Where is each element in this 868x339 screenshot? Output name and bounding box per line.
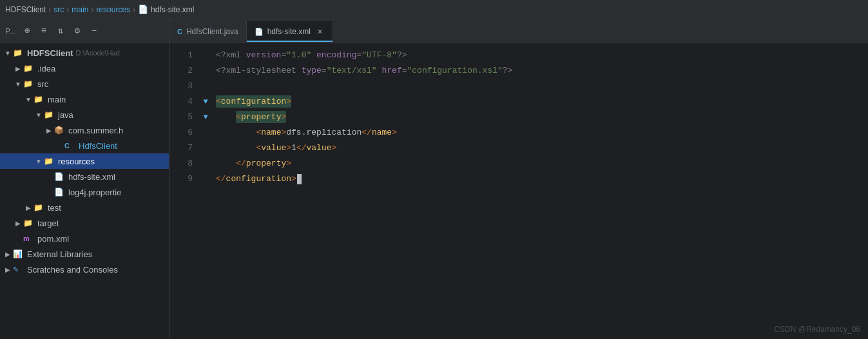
resources-label: resources (58, 157, 95, 166)
fold-marker-1 (200, 48, 211, 63)
fold-marker-6 (200, 125, 211, 140)
folder-icon: 📁 (34, 95, 45, 104)
fold-marker-2 (200, 63, 211, 79)
sidebar-item-scratches-consoles[interactable]: ▶ ✎ Scratches and Consoles (0, 262, 169, 277)
arrow-icon: ▼ (34, 111, 44, 119)
sidebar-item-log4j[interactable]: 📄 log4j.propertie (0, 184, 169, 200)
line-num-7: 7 (169, 140, 193, 156)
fold-gutters: ▼ ▼ (200, 43, 211, 339)
target-folder-icon: 📁 (23, 218, 35, 228)
arrow-icon: ▼ (34, 158, 44, 165)
package-icon: 📦 (54, 126, 66, 135)
watermark: CSDN @Redamancy_06 (774, 325, 860, 334)
sidebar-item-idea[interactable]: ▶ 📁 .idea (0, 61, 169, 76)
fold-marker-5[interactable]: ▼ (200, 110, 211, 125)
sep3: › (91, 5, 93, 14)
sidebar-item-pom-xml[interactable]: m pom.xml (0, 231, 169, 246)
sidebar-item-hdfs-client-java[interactable]: C HdfsClient (0, 138, 169, 153)
tab-close-button[interactable]: ✕ (314, 26, 325, 37)
sidebar-item-src[interactable]: ▼ 📁 src (0, 76, 169, 92)
line-num-6: 6 (169, 125, 193, 140)
sidebar-item-package[interactable]: ▶ 📦 com.summer.h (0, 122, 169, 138)
xml-pi2-open: <?xml-stylesheet (216, 66, 302, 75)
external-libraries-label: External Libraries (27, 249, 92, 259)
arrow-icon: ▶ (13, 65, 23, 72)
folder-icon: 📁 (13, 48, 24, 57)
title-bar: HDFSClient › src › main › resources › 📄 … (0, 0, 868, 19)
src-label: src (37, 79, 48, 89)
pom-xml-label: pom.xml (37, 234, 69, 244)
project-scope-button[interactable]: P... (4, 24, 17, 37)
line-num-8: 8 (169, 156, 193, 171)
code-line-7: <value>1</value> (216, 140, 868, 156)
sep1: › (48, 5, 51, 14)
project-root-path: D:\Acode\Had (76, 49, 120, 57)
sidebar-item-java[interactable]: ▼ 📁 java (0, 107, 169, 122)
fold-marker-4[interactable]: ▼ (200, 94, 211, 110)
java-folder-icon: 📁 (44, 110, 55, 119)
add-content-root-button[interactable]: ⊕ (21, 24, 34, 37)
src-folder-icon: 📁 (23, 79, 35, 88)
file-tree: ▼ 📁 HDFSClient D:\Acode\Had ▶ 📁 .idea ▼ … (0, 43, 169, 339)
fold-marker-7 (200, 140, 211, 156)
breadcrumb-file-icon: 📄 (138, 5, 148, 15)
sidebar-item-target[interactable]: ▶ 📁 target (0, 215, 169, 231)
sidebar-item-resources[interactable]: ▼ 📁 resources (0, 153, 169, 169)
arrow-icon: ▶ (44, 127, 54, 134)
tab-hdfs-client-java[interactable]: C HdfsClient.java (169, 21, 247, 42)
arrow-icon: ▶ (23, 204, 34, 211)
code-content[interactable]: <?xml version="1.0" encoding="UTF-8"?> <… (211, 43, 868, 339)
sidebar-item-test[interactable]: ▶ 📁 test (0, 200, 169, 215)
line-num-9: 9 (169, 171, 193, 187)
line-numbers: 1 2 3 4 5 6 7 8 9 (169, 43, 200, 339)
maven-icon: m (23, 235, 35, 242)
sidebar-toolbar: P... ⊕ ≡ ⇅ ⚙ − (0, 19, 169, 43)
arrow-icon: ▶ (3, 251, 13, 258)
line-num-3: 3 (169, 79, 193, 94)
title-main[interactable]: main (72, 5, 88, 14)
sidebar-item-external-libraries[interactable]: ▶ 📊 External Libraries (0, 246, 169, 262)
resources-folder-icon: 📁 (44, 157, 55, 166)
scratch-icon: ✎ (13, 266, 24, 274)
arrow-icon: ▶ (3, 266, 13, 273)
line-num-2: 2 (169, 63, 193, 79)
sep2: › (66, 5, 69, 14)
arrow-icon: ▼ (3, 50, 13, 57)
collapse-all-button[interactable]: ≡ (37, 24, 50, 37)
test-label: test (48, 203, 61, 213)
sort-button[interactable]: ⇅ (54, 24, 67, 37)
tab-hdfs-site-xml[interactable]: 📄 hdfs-site.xml ✕ (247, 21, 333, 42)
idea-label: .idea (37, 64, 55, 73)
sidebar-item-hdfs-client[interactable]: ▼ 📁 HDFSClient D:\Acode\Had (0, 45, 169, 61)
minimize-button[interactable]: − (88, 24, 101, 37)
target-label: target (37, 218, 59, 228)
libraries-icon: 📊 (13, 249, 24, 258)
line-num-1: 1 (169, 48, 193, 63)
settings-button[interactable]: ⚙ (71, 24, 84, 37)
package-label: com.summer.h (68, 126, 123, 135)
sidebar-item-main[interactable]: ▼ 📁 main (0, 92, 169, 107)
xml-tab-icon: 📄 (255, 28, 264, 36)
sidebar-item-hdfs-site-xml[interactable]: 📄 hdfs-site.xml (0, 169, 169, 184)
hdfs-site-tab-label: hdfs-site.xml (267, 27, 311, 36)
hdfs-client-java-label: HdfsClient (79, 141, 117, 151)
code-line-3 (216, 79, 868, 94)
scratches-consoles-label: Scratches and Consoles (27, 265, 118, 275)
code-line-6: <name>dfs.replication</name> (216, 125, 868, 140)
title-resources[interactable]: resources (96, 5, 130, 14)
line-num-4: 4 (169, 94, 193, 110)
title-src[interactable]: src (53, 5, 64, 14)
title-file: hdfs-site.xml (151, 5, 194, 14)
folder-icon: 📁 (23, 64, 35, 73)
fold-marker-9 (200, 171, 211, 187)
xml-pi-open: <?xml (216, 50, 246, 60)
log4j-label: log4j.propertie (68, 188, 121, 197)
sidebar: P... ⊕ ≡ ⇅ ⚙ − ▼ 📁 HDFSClient D:\Acode\H… (0, 19, 169, 339)
code-line-9: </configuration> (216, 171, 868, 187)
sep4: › (133, 5, 135, 14)
hdfs-client-tab-label: HdfsClient.java (186, 27, 238, 36)
hdfs-site-xml-label: hdfs-site.xml (68, 172, 115, 182)
fold-marker-3 (200, 79, 211, 94)
java-tab-icon: C (177, 28, 182, 35)
tab-bar: C HdfsClient.java 📄 hdfs-site.xml ✕ (169, 19, 868, 43)
